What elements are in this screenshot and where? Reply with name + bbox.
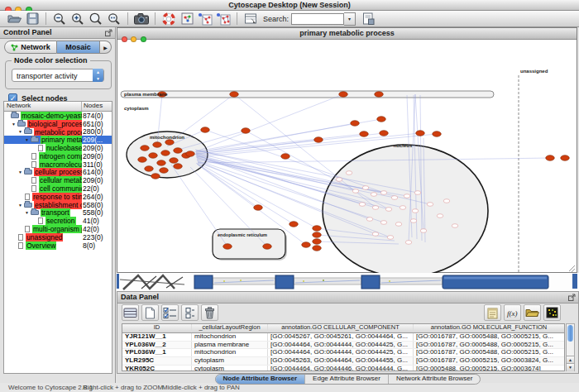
show-all-rows-button[interactable] bbox=[122, 304, 139, 321]
snapshot-button[interactable] bbox=[134, 12, 149, 26]
network-node[interactable] bbox=[153, 142, 162, 148]
plasma-membrane-region[interactable] bbox=[121, 91, 494, 98]
tree-expand-icon[interactable]: ▼ bbox=[18, 129, 24, 134]
network-node[interactable] bbox=[174, 148, 183, 154]
network-node[interactable] bbox=[377, 117, 386, 122]
column-header[interactable]: annotation.GO CELLULAR_COMPONENT bbox=[268, 324, 414, 332]
network-node[interactable] bbox=[313, 239, 322, 245]
network-node[interactable] bbox=[223, 244, 232, 250]
table-scrollbar[interactable]: ▲ ▼ bbox=[566, 323, 575, 371]
network-node-small[interactable] bbox=[371, 193, 377, 197]
network-node-small[interactable] bbox=[372, 206, 379, 210]
network-node[interactable] bbox=[165, 140, 175, 146]
network-node-small[interactable] bbox=[414, 191, 421, 195]
network-node[interactable] bbox=[546, 155, 555, 161]
network-node-small[interactable] bbox=[443, 199, 450, 203]
scrollbar-thumb[interactable] bbox=[567, 325, 573, 342]
network-node-small[interactable] bbox=[452, 224, 458, 228]
network-node-small[interactable] bbox=[437, 214, 443, 218]
tree-expand-icon[interactable]: ▼ bbox=[18, 203, 24, 208]
tree-expand-icon[interactable]: ▼ bbox=[18, 170, 24, 174]
resize-grip-icon[interactable] bbox=[569, 265, 575, 271]
tab-overflow-button[interactable]: ▶ bbox=[100, 41, 112, 54]
tree-row[interactable]: nucleobase-cont209(0) bbox=[4, 144, 112, 152]
network-node[interactable] bbox=[149, 153, 158, 159]
network-node[interactable] bbox=[201, 127, 210, 133]
tree-row[interactable]: ▼cellular process614(0) bbox=[4, 169, 112, 177]
network-node-small[interactable] bbox=[400, 206, 406, 210]
network-node-small[interactable] bbox=[395, 222, 402, 227]
scroll-down-icon[interactable]: ▼ bbox=[567, 363, 574, 371]
network-window-titlebar[interactable]: primary metabolic process bbox=[117, 28, 577, 40]
background-window-corner[interactable] bbox=[275, 275, 294, 289]
network-node-small[interactable] bbox=[391, 196, 398, 200]
zoom-out-button[interactable] bbox=[52, 12, 67, 26]
node-color-dropdown[interactable]: transporter activity ▲▼ bbox=[12, 69, 104, 82]
matrix-view-button[interactable] bbox=[543, 304, 561, 321]
tree-row[interactable]: unassigned223(0) bbox=[4, 233, 112, 241]
background-window-corner[interactable] bbox=[361, 275, 380, 289]
network-node[interactable] bbox=[157, 160, 166, 166]
background-window[interactable] bbox=[213, 278, 275, 284]
apply-layout-button-2[interactable] bbox=[216, 12, 231, 26]
tree-row[interactable]: mosaic-demo-yeast874(0) bbox=[4, 112, 112, 120]
tree-row[interactable]: ▼establishment of lo558(0) bbox=[4, 201, 112, 209]
zoom-in-button[interactable] bbox=[70, 12, 85, 26]
network-node-small[interactable] bbox=[362, 186, 369, 190]
zoom-actual-size-button[interactable] bbox=[107, 12, 122, 26]
tree-row[interactable]: response to stimulu264(0) bbox=[4, 193, 112, 201]
network-node-small[interactable] bbox=[359, 203, 366, 207]
attribute-form-button[interactable] bbox=[243, 12, 258, 26]
search-dropdown-button[interactable]: ▾ bbox=[344, 12, 356, 26]
network-node[interactable] bbox=[314, 137, 323, 143]
table-row[interactable]: YKR052Ccytoplasm[GO:0044464, GO:0044446,… bbox=[122, 366, 564, 371]
column-header[interactable]: annotation.GO MOLECULAR_FUNCTION bbox=[414, 324, 564, 332]
network-node[interactable] bbox=[375, 92, 384, 98]
network-node-small[interactable] bbox=[412, 209, 419, 213]
tree-row[interactable]: nitrogen compou209(0) bbox=[4, 152, 112, 160]
attribute-table[interactable]: ID_cellularLayoutRegionannotation.GO CEL… bbox=[122, 323, 565, 371]
network-node-small[interactable] bbox=[410, 219, 417, 223]
apply-layout-button-1[interactable] bbox=[198, 12, 213, 26]
network-node[interactable] bbox=[339, 92, 348, 98]
zoom-selected-button[interactable] bbox=[89, 12, 103, 26]
network-node-small[interactable] bbox=[405, 241, 412, 245]
network-node-small[interactable] bbox=[336, 178, 342, 182]
search-input[interactable] bbox=[291, 13, 344, 25]
network-node[interactable] bbox=[160, 168, 169, 174]
network-node[interactable] bbox=[290, 222, 299, 227]
save-session-button[interactable] bbox=[25, 12, 40, 26]
network-node-small[interactable] bbox=[420, 229, 427, 233]
network-node[interactable] bbox=[302, 242, 311, 248]
tab-mosaic[interactable]: Mosaic bbox=[57, 41, 100, 54]
network-node-small[interactable] bbox=[366, 218, 373, 222]
network-node[interactable] bbox=[174, 164, 183, 170]
tree-row[interactable]: macromolecule m311(0) bbox=[4, 160, 112, 169]
network-node[interactable] bbox=[254, 205, 263, 211]
network-node[interactable] bbox=[263, 244, 272, 250]
network-node[interactable] bbox=[313, 232, 322, 238]
formula-builder-button[interactable]: f(x) bbox=[504, 304, 521, 321]
select-attributes-button[interactable] bbox=[161, 304, 179, 321]
tree-row[interactable]: Overview8(0) bbox=[4, 241, 112, 250]
float-panel-icon[interactable] bbox=[105, 29, 112, 40]
network-node-small[interactable] bbox=[385, 208, 392, 212]
network-node[interactable] bbox=[351, 121, 360, 127]
network-node[interactable] bbox=[433, 131, 442, 137]
tree-expand-icon[interactable]: ▼ bbox=[25, 137, 31, 142]
new-attribute-button[interactable] bbox=[141, 304, 159, 321]
network-node-small[interactable] bbox=[352, 189, 359, 194]
dropdown-stepper-icon[interactable]: ▲▼ bbox=[93, 69, 103, 82]
import-attributes-button[interactable] bbox=[361, 12, 376, 26]
tree-row[interactable]: cell communicati22(0) bbox=[4, 184, 112, 193]
network-node[interactable] bbox=[186, 151, 195, 157]
table-row[interactable]: YLR295Ccytoplasm[GO:0045263, GO:0044464,… bbox=[122, 357, 564, 366]
tree-row[interactable]: secretion41(0) bbox=[4, 217, 112, 225]
tree-header-network[interactable]: Network bbox=[4, 102, 82, 111]
table-row[interactable]: YPL036W__1mitochondrion[GO:0044464, GO:0… bbox=[122, 349, 564, 357]
network-node-small[interactable] bbox=[427, 203, 433, 207]
network-node[interactable] bbox=[145, 166, 154, 172]
network-node[interactable] bbox=[380, 131, 389, 136]
delete-attribute-button[interactable] bbox=[201, 304, 218, 321]
network-node[interactable] bbox=[138, 157, 147, 163]
